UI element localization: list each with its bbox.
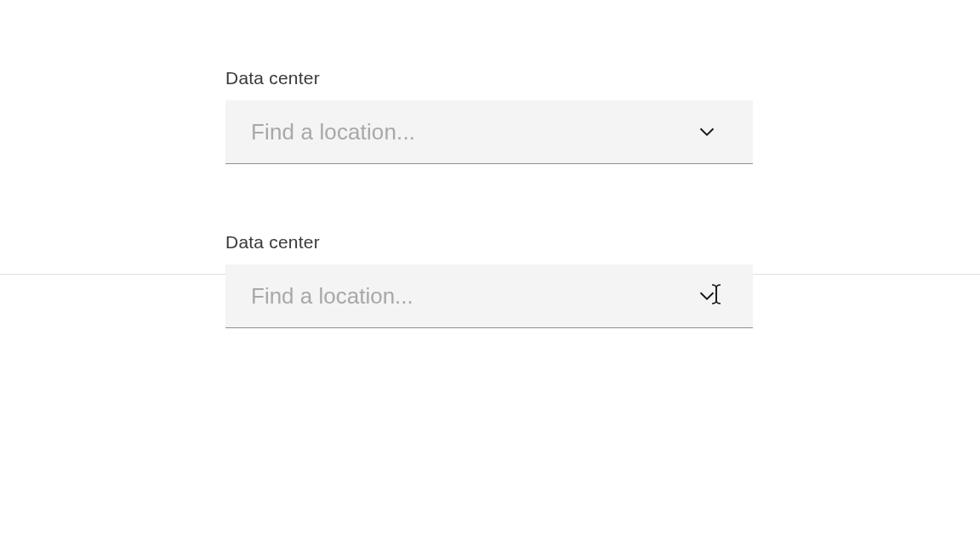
location-dropdown[interactable]: Find a location...	[225, 100, 753, 164]
dropdown-placeholder: Find a location...	[251, 119, 697, 145]
dropdown-section-hover: Data center	[0, 164, 980, 328]
field-label: Data center	[225, 68, 980, 88]
dropdown-section-default: Data center Find a location...	[0, 0, 980, 164]
location-input[interactable]	[225, 264, 753, 327]
chevron-down-icon	[697, 122, 717, 142]
chevron-down-icon	[697, 286, 717, 306]
field-label: Data center	[225, 232, 980, 253]
location-dropdown[interactable]	[225, 264, 753, 328]
